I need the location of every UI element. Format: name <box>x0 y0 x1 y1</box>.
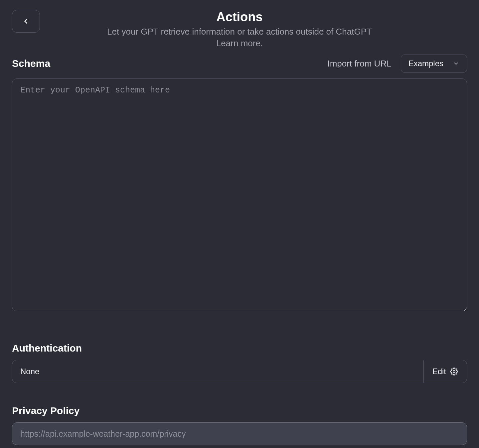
back-button[interactable] <box>12 10 40 33</box>
authentication-section: Authentication None Edit <box>12 343 467 383</box>
gear-icon <box>450 368 458 375</box>
chevron-down-icon <box>453 60 459 67</box>
svg-point-0 <box>453 371 455 373</box>
schema-label: Schema <box>12 58 50 69</box>
examples-dropdown[interactable]: Examples <box>401 55 467 73</box>
privacy-policy-section: Privacy Policy <box>12 405 467 445</box>
authentication-label: Authentication <box>12 343 467 354</box>
import-from-url-link[interactable]: Import from URL <box>327 59 391 69</box>
privacy-policy-input[interactable] <box>12 422 467 445</box>
edit-label: Edit <box>432 367 446 376</box>
page-subtitle: Let your GPT retrieve information or tak… <box>12 26 467 38</box>
authentication-value: None <box>12 360 423 383</box>
learn-more-link[interactable]: Learn more. <box>216 38 263 48</box>
authentication-edit-button[interactable]: Edit <box>423 360 467 383</box>
privacy-policy-label: Privacy Policy <box>12 405 467 416</box>
page-title: Actions <box>12 10 467 24</box>
schema-textarea[interactable] <box>12 78 467 311</box>
chevron-left-icon <box>22 17 30 26</box>
examples-dropdown-label: Examples <box>408 59 443 68</box>
schema-section: Schema Import from URL Examples <box>12 55 467 313</box>
